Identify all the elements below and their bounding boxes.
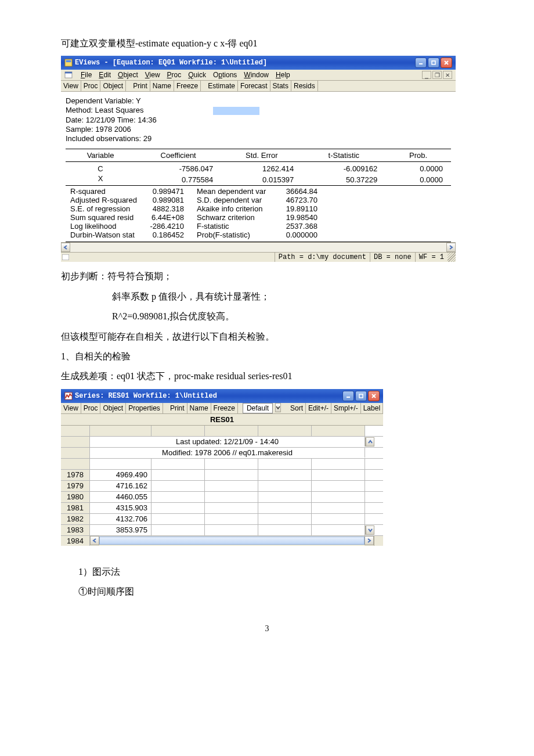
close-icon xyxy=(371,393,377,399)
svg-rect-3 xyxy=(432,61,435,64)
tb-properties[interactable]: Properties xyxy=(126,403,163,413)
mdi-close-button[interactable]: ✕ xyxy=(443,71,452,79)
titlebar[interactable]: EViews - [Equation: EQ01 Workfile: 1\Unt… xyxy=(61,56,456,70)
maximize-icon xyxy=(358,393,364,399)
status-bar: Path = d:\my document DB = none WF = 1 xyxy=(61,252,456,262)
tb-sort[interactable]: Sort xyxy=(288,403,306,413)
value-cell[interactable]: 4716.162 xyxy=(90,481,151,491)
tb-print[interactable]: Print xyxy=(131,81,150,91)
eviews-equation-window: EViews - [Equation: EQ01 Workfile: 1\Unt… xyxy=(61,56,456,262)
value-cell[interactable]: 4969.490 xyxy=(90,470,151,480)
scroll-left-button[interactable] xyxy=(90,536,99,545)
chevron-down-icon xyxy=(276,405,280,410)
year-cell: 1982 xyxy=(61,514,90,524)
year-cell: 1979 xyxy=(61,481,90,491)
dep-var: Dependent Variable: Y xyxy=(66,96,451,105)
resid-gen: 生成残差项：eq01 状态下，proc-make residual series… xyxy=(61,368,473,385)
tb-label[interactable]: Label xyxy=(361,403,383,413)
value-cell[interactable]: 4315.903 xyxy=(90,503,151,513)
tb-name[interactable]: Name xyxy=(150,81,174,91)
value-cell[interactable]: 3853.975 xyxy=(90,525,151,535)
year-cell: 1978 xyxy=(61,470,90,480)
tb-estimate[interactable]: Estimate xyxy=(205,81,238,91)
close-button[interactable] xyxy=(368,391,380,401)
close-icon xyxy=(443,60,449,66)
minimize-button[interactable] xyxy=(342,391,354,401)
tb-freeze[interactable]: Freeze xyxy=(174,81,201,91)
chevron-left-icon xyxy=(63,245,68,250)
method-1: 1）图示法 xyxy=(61,563,473,581)
menu-file[interactable]: File xyxy=(81,71,92,79)
blank-row xyxy=(61,459,383,470)
scroll-left-button[interactable] xyxy=(61,243,70,252)
minimize-icon xyxy=(345,393,351,399)
series-name-label: RES01 xyxy=(61,414,383,426)
coefficients-table: Variable Coefficient Std. Error t-Statis… xyxy=(66,149,451,186)
data-row: 1978 4969.490 xyxy=(61,470,383,481)
menu-help[interactable]: Help xyxy=(276,71,290,79)
default-dropdown[interactable]: Default xyxy=(243,403,273,413)
data-row: 1979 4716.162 xyxy=(61,481,383,492)
equation-output: Dependent Variable: Y Method: Least Squa… xyxy=(61,92,456,242)
status-db: DB = none xyxy=(370,253,415,262)
col-coefficient: Coefficient xyxy=(135,149,221,161)
tb-resids[interactable]: Resids xyxy=(291,81,318,91)
v-scroll-down[interactable] xyxy=(365,525,374,535)
window-title: Series: RES01 Workfile: 1\Untitled xyxy=(75,392,217,400)
tb-proc[interactable]: Proc xyxy=(81,403,101,413)
page-number: 3 xyxy=(61,624,473,633)
resize-grip[interactable] xyxy=(448,253,456,262)
sample: Sample: 1978 2006 xyxy=(66,125,451,134)
menu-object[interactable]: Object xyxy=(118,71,138,79)
menu-quick[interactable]: Quick xyxy=(188,71,206,79)
tb-print[interactable]: Print xyxy=(168,403,187,413)
menu-proc[interactable]: Proc xyxy=(167,71,182,79)
tb-view[interactable]: View xyxy=(61,81,81,91)
col-variable: Variable xyxy=(66,149,135,161)
tb-proc[interactable]: Proc xyxy=(81,81,101,91)
h-scrollbar[interactable] xyxy=(61,242,456,252)
scroll-right-button[interactable] xyxy=(446,243,456,252)
tb-freeze[interactable]: Freeze xyxy=(211,403,238,413)
tb-stats[interactable]: Stats xyxy=(270,81,291,91)
maximize-button[interactable] xyxy=(355,391,367,401)
v-scroll-up[interactable] xyxy=(365,437,374,447)
year-cell: 1983 xyxy=(61,525,90,535)
tb-forecast[interactable]: Forecast xyxy=(238,81,270,91)
tb-edit[interactable]: Edit+/- xyxy=(306,403,331,413)
minimize-button[interactable] xyxy=(415,57,427,68)
info-row-1: Last updated: 12/21/09 - 14:40 xyxy=(61,437,383,448)
chevron-down-icon xyxy=(368,528,373,532)
mdi-minimize-button[interactable]: ‗ xyxy=(422,71,431,79)
scroll-right-button[interactable] xyxy=(365,536,374,545)
menu-options[interactable]: Options xyxy=(213,71,237,79)
value-cell[interactable]: 4460.055 xyxy=(90,492,151,502)
judge-intro: 初步判断：符号符合预期； xyxy=(61,268,473,285)
value-cell[interactable]: 4132.706 xyxy=(90,514,151,524)
close-button[interactable] xyxy=(441,57,452,68)
titlebar[interactable]: Series: RES01 Workfile: 1\Untitled xyxy=(61,389,383,403)
tb-object[interactable]: Object xyxy=(100,403,126,413)
dropdown-button[interactable] xyxy=(275,403,281,412)
minimize-icon xyxy=(418,60,424,66)
menu-window[interactable]: Window xyxy=(244,71,269,79)
col-prob: Prob. xyxy=(385,149,451,161)
incl-obs: Included observations: 29 xyxy=(66,134,451,143)
window-title: EViews - [Equation: EQ01 Workfile: 1\Unt… xyxy=(75,59,267,67)
tb-smpl[interactable]: Smpl+/- xyxy=(331,403,361,413)
series-toolbar: View Proc Object Properties Print Name F… xyxy=(61,403,383,414)
year-cell: 1981 xyxy=(61,503,90,513)
status-path: Path = d:\my document xyxy=(275,253,370,262)
svg-rect-11 xyxy=(359,394,363,398)
maximize-button[interactable] xyxy=(428,57,439,68)
tb-object[interactable]: Object xyxy=(100,81,126,91)
status-wf: WF = 1 xyxy=(415,253,448,262)
mdi-restore-button[interactable]: ❐ xyxy=(432,71,442,79)
series-h-scrollbar: 1984 xyxy=(61,536,383,546)
h-scroll-thumb[interactable] xyxy=(99,537,365,545)
tb-view[interactable]: View xyxy=(61,403,81,413)
menu-view[interactable]: View xyxy=(145,71,160,79)
menu-edit[interactable]: Edit xyxy=(99,71,111,79)
tb-name[interactable]: Name xyxy=(187,403,211,413)
year-cell: 1984 xyxy=(61,536,90,546)
